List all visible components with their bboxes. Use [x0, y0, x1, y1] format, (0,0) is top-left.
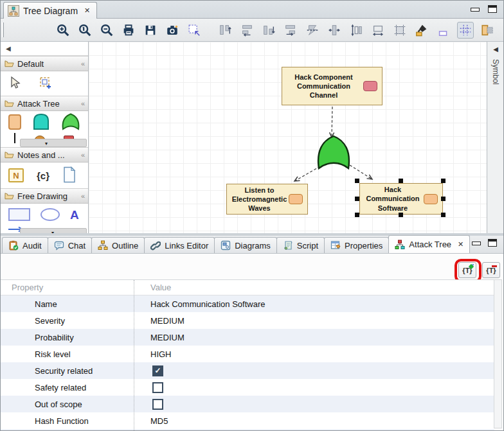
security-related-checkbox[interactable]: ✓: [152, 365, 163, 376]
add-custom-tag-button[interactable]: {T}: [458, 262, 476, 278]
center-vertical-button[interactable]: [304, 22, 321, 39]
pin-icon[interactable]: «: [81, 151, 84, 159]
node-badge[interactable]: [424, 194, 438, 204]
connector-gate-to-right-child[interactable]: [350, 165, 372, 179]
tab-attack-tree[interactable]: Attack Tree ✕: [388, 235, 470, 253]
marquee-tool[interactable]: [38, 75, 53, 92]
table-row[interactable]: Safety related: [1, 379, 494, 396]
connector-gate-to-left-child[interactable]: [294, 166, 320, 181]
empty-box-button[interactable]: [435, 22, 452, 39]
palette-section-default[interactable]: Default «: [1, 56, 88, 71]
palette-hscrollbar-2[interactable]: ▾: [20, 228, 87, 233]
selection-handle[interactable]: [441, 213, 446, 217]
crop-selection-button[interactable]: [392, 22, 408, 39]
properties-table: Property Value Name Hack Communication S…: [1, 279, 494, 430]
pin-icon[interactable]: «: [81, 100, 84, 107]
text-tool[interactable]: A: [70, 209, 79, 221]
format-painter-button[interactable]: [413, 22, 430, 39]
table-row[interactable]: Out of scope: [1, 396, 494, 412]
tab-properties[interactable]: Properties: [324, 237, 389, 253]
maximize-icon[interactable]: [488, 5, 497, 13]
align-bottom-button[interactable]: [260, 22, 277, 39]
toolbar-grip[interactable]: [2, 22, 4, 37]
match-width-button[interactable]: [370, 22, 386, 39]
selection-handle[interactable]: [441, 197, 446, 201]
close-icon[interactable]: ✕: [84, 6, 90, 15]
table-row[interactable]: Severity MEDIUM: [1, 312, 494, 329]
palette-section-free-drawing[interactable]: Free Drawing «: [1, 188, 88, 204]
selection-handle[interactable]: [399, 213, 403, 217]
palette-hscrollbar[interactable]: ▾: [20, 139, 87, 147]
zoom-original-button[interactable]: [76, 22, 93, 39]
palette-section-notes[interactable]: Notes and ... «: [1, 147, 88, 163]
tab-script[interactable]: Script: [276, 237, 325, 253]
selection-handle[interactable]: [355, 213, 359, 217]
selection-handle[interactable]: [355, 197, 359, 201]
diagram-canvas[interactable]: Hack Component Communication Channel Lis…: [89, 42, 487, 233]
table-row[interactable]: Security related ✓: [1, 362, 494, 379]
safety-related-checkbox[interactable]: [152, 382, 163, 393]
tab-chat[interactable]: Chat: [48, 237, 92, 253]
print-button[interactable]: [120, 22, 137, 39]
symbol-panel-label: Symbol: [491, 59, 500, 85]
column-divider[interactable]: [134, 280, 134, 430]
or-gate-tool[interactable]: [61, 112, 80, 132]
and-gate-tool[interactable]: [32, 112, 51, 132]
collapse-palette-icon[interactable]: ◀: [6, 45, 11, 52]
attack-node-tool[interactable]: [8, 114, 21, 130]
match-height-button[interactable]: [348, 22, 364, 39]
node-badge[interactable]: [363, 81, 377, 91]
ellipse-tool[interactable]: [40, 208, 60, 221]
symbol-panel-collapsed[interactable]: ◀ Symbol: [487, 42, 504, 233]
zoom-in-button[interactable]: [55, 22, 71, 39]
maximize-view-icon[interactable]: [488, 239, 497, 247]
remove-tag-button[interactable]: {T}: [482, 262, 500, 278]
document-tool[interactable]: [62, 166, 76, 185]
node-badge[interactable]: [289, 194, 303, 204]
selection-handle[interactable]: [441, 179, 446, 183]
table-vscrollbar[interactable]: [494, 279, 502, 428]
table-row[interactable]: Probability MEDIUM: [1, 329, 494, 346]
properties-toolbar: {T} {T} Add Custom Tag Button: [1, 254, 503, 279]
diagrams-icon: [221, 240, 231, 251]
minimize-view-icon[interactable]: [471, 239, 480, 247]
tab-tree-diagram[interactable]: Tree Diagram ✕: [3, 2, 97, 19]
audit-icon: [8, 240, 19, 251]
palette-view-button[interactable]: [479, 22, 496, 39]
note-tool[interactable]: N: [8, 168, 24, 182]
align-top-button[interactable]: [217, 22, 233, 39]
or-gate-node[interactable]: [318, 136, 349, 168]
close-icon[interactable]: ✕: [458, 240, 464, 249]
selection-handle[interactable]: [355, 179, 359, 183]
out-of-scope-checkbox[interactable]: [152, 399, 163, 410]
table-row[interactable]: Name Hack Communication Software: [1, 295, 494, 312]
node-right-child-selected[interactable]: Hack Communication Software: [359, 183, 443, 215]
table-row[interactable]: Hash Function MD5: [1, 412, 494, 429]
tab-diagrams[interactable]: Diagrams: [214, 237, 277, 253]
pin-icon[interactable]: «: [81, 192, 84, 200]
node-left-child[interactable]: Listen to Electromagnetic Waves: [226, 184, 308, 215]
node-root[interactable]: Hack Component Communication Channel: [282, 67, 382, 105]
select-tool[interactable]: [8, 76, 21, 92]
pin-icon[interactable]: «: [81, 60, 84, 67]
tab-outline[interactable]: Outline: [91, 237, 145, 253]
align-left-button[interactable]: [239, 22, 255, 39]
connector-tool[interactable]: [14, 133, 15, 143]
save-button[interactable]: [142, 22, 159, 39]
screenshot-button[interactable]: [164, 22, 181, 39]
expand-symbol-icon[interactable]: ◀: [487, 42, 504, 53]
tab-audit[interactable]: Audit: [2, 237, 48, 253]
align-right-button[interactable]: [282, 22, 299, 39]
rectangle-tool[interactable]: [8, 208, 30, 221]
grid-toggle-button[interactable]: [457, 22, 474, 39]
marquee-select-button[interactable]: [186, 22, 203, 39]
connector-root-to-gate[interactable]: [332, 107, 332, 137]
tab-links-editor[interactable]: Links Editor: [144, 237, 215, 253]
minimize-icon[interactable]: [470, 5, 479, 13]
center-horizontal-button[interactable]: [326, 22, 343, 39]
table-row[interactable]: Risk level HIGH: [1, 346, 494, 362]
selection-handle[interactable]: [399, 179, 403, 183]
comment-tool[interactable]: {c}: [37, 170, 50, 181]
zoom-out-button[interactable]: [98, 22, 115, 39]
palette-section-attack-tree[interactable]: Attack Tree «: [1, 96, 88, 111]
